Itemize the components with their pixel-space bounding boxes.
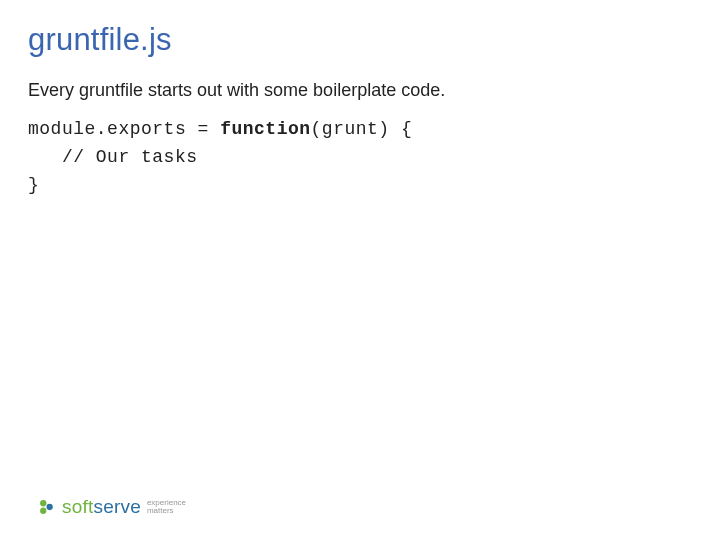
code-line-1c: (grunt) {	[311, 119, 413, 139]
code-line-2: // Our tasks	[28, 147, 198, 167]
logo-tagline: experience matters	[147, 499, 186, 516]
code-line-3: }	[28, 175, 39, 195]
code-line-1a: module.exports =	[28, 119, 220, 139]
logo-icon	[38, 498, 56, 516]
slide-title: gruntfile.js	[28, 22, 692, 58]
svg-point-1	[46, 504, 52, 510]
code-keyword-function: function	[220, 119, 310, 139]
code-block: module.exports = function(grunt) { // Ou…	[28, 116, 692, 200]
intro-text: Every gruntfile starts out with some boi…	[28, 78, 692, 102]
logo-word-soft: soft	[62, 496, 93, 517]
brand-logo: softserve experience matters	[38, 496, 186, 518]
svg-point-0	[40, 500, 46, 506]
logo-tagline-2: matters	[147, 507, 186, 515]
svg-point-2	[40, 508, 46, 514]
logo-word-serve: serve	[93, 496, 140, 517]
slide: gruntfile.js Every gruntfile starts out …	[0, 0, 720, 540]
logo-wordmark: softserve	[62, 496, 141, 518]
